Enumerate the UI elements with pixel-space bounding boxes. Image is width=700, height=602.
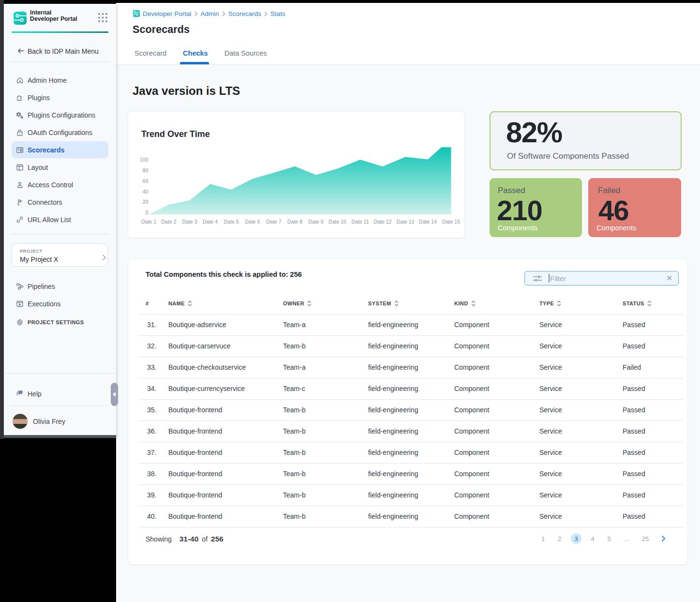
- svg-text:Date 11: Date 11: [352, 219, 369, 225]
- svg-text:80: 80: [143, 167, 149, 173]
- svg-text:Date 12: Date 12: [374, 219, 392, 225]
- svg-text:40: 40: [143, 189, 149, 195]
- svg-text:Date 13: Date 13: [397, 219, 415, 225]
- svg-text:Date 10: Date 10: [328, 219, 346, 225]
- svg-text:60: 60: [143, 178, 149, 184]
- svg-text:Date 9: Date 9: [309, 219, 324, 225]
- svg-text:Date 14: Date 14: [419, 219, 437, 225]
- svg-text:Date 4: Date 4: [203, 219, 218, 225]
- svg-text:0: 0: [146, 210, 149, 215]
- svg-text:Date 2: Date 2: [162, 219, 177, 225]
- svg-text:Date 6: Date 6: [245, 219, 260, 225]
- svg-text:100: 100: [140, 157, 149, 163]
- svg-text:20: 20: [143, 199, 149, 205]
- svg-text:Date 8: Date 8: [287, 219, 302, 225]
- svg-text:Date 15: Date 15: [442, 219, 460, 225]
- svg-text:Date 1: Date 1: [141, 219, 156, 225]
- svg-text:Date 5: Date 5: [224, 219, 239, 225]
- svg-text:Date 3: Date 3: [182, 219, 197, 225]
- svg-text:Date 7: Date 7: [267, 219, 282, 225]
